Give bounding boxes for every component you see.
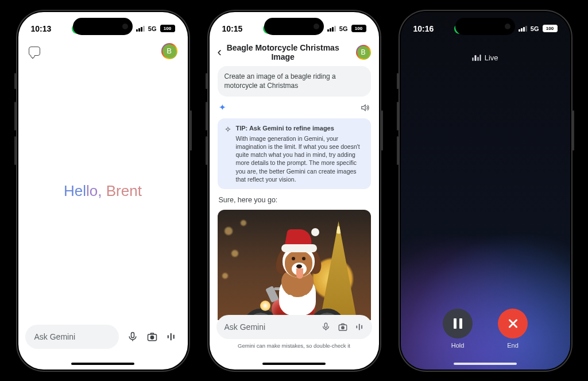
tip-card: ✧ TIP: Ask Gemini to refine images With … xyxy=(218,118,371,189)
battery-icon: 100 xyxy=(543,25,558,32)
equalizer-icon xyxy=(472,54,481,61)
network-label: 5G xyxy=(339,25,348,32)
status-time: 10:16 xyxy=(413,24,434,33)
live-label: Live xyxy=(472,53,498,62)
svg-rect-3 xyxy=(167,335,168,338)
prompt-input[interactable]: Ask Gemini xyxy=(216,315,372,339)
phone-live: 10:16 5G 100 Live Hold End xyxy=(399,10,572,372)
mic-icon[interactable] xyxy=(127,331,138,342)
home-indicator[interactable] xyxy=(454,363,517,365)
home-indicator[interactable] xyxy=(71,363,134,365)
svg-rect-0 xyxy=(131,332,134,337)
end-button[interactable]: End xyxy=(498,309,528,349)
phone-home: 10:13 5G 100 B Hello, Brent Ask Gemini xyxy=(16,10,190,372)
network-label: 5G xyxy=(531,25,539,32)
mic-icon[interactable] xyxy=(321,322,331,332)
status-time: 10:15 xyxy=(222,24,243,33)
camera-icon[interactable] xyxy=(338,322,348,332)
svg-point-2 xyxy=(150,336,153,338)
status-time: 10:13 xyxy=(31,24,52,33)
dynamic-island xyxy=(73,18,133,35)
screen-home: 10:13 5G 100 B Hello, Brent Ask Gemini xyxy=(18,12,188,370)
svg-rect-5 xyxy=(173,334,174,338)
disclaimer-text: Gemini can make mistakes, so double-chec… xyxy=(216,342,372,349)
signal-icon xyxy=(519,26,527,32)
lightbulb-icon: ✧ xyxy=(225,125,231,183)
screen-live: 10:16 5G 100 Live Hold End xyxy=(401,12,570,370)
svg-rect-10 xyxy=(358,324,359,330)
camera-icon[interactable] xyxy=(146,331,158,342)
avatar-initial: B xyxy=(357,46,370,59)
svg-rect-11 xyxy=(361,325,362,328)
sound-wave-icon[interactable] xyxy=(166,331,176,342)
screen-chat: 10:15 5G 100 ‹ Beagle Motorcycle Christm… xyxy=(210,12,379,370)
hold-button[interactable]: Hold xyxy=(443,309,473,349)
phone-chat: 10:15 5G 100 ‹ Beagle Motorcycle Christm… xyxy=(207,10,381,372)
signal-icon xyxy=(136,26,145,32)
dynamic-island xyxy=(264,18,324,35)
pause-icon xyxy=(454,318,462,329)
speaker-icon[interactable] xyxy=(360,103,370,113)
page-title: Beagle Motorcycle Christmas Image xyxy=(215,43,351,61)
assistant-text: Sure, here you go: xyxy=(219,196,370,204)
avatar[interactable]: B xyxy=(356,45,371,60)
svg-rect-4 xyxy=(170,333,171,340)
avatar[interactable]: B xyxy=(161,43,177,59)
prompt-input[interactable]: Ask Gemini xyxy=(25,325,119,349)
greeting-text: Hello, Brent xyxy=(64,182,142,199)
beagle-on-motorcycle xyxy=(245,275,343,320)
battery-icon: 100 xyxy=(351,25,366,32)
network-label: 5G xyxy=(148,25,157,32)
sparkle-icon: ✦ xyxy=(219,102,226,113)
svg-rect-6 xyxy=(324,323,327,328)
home-indicator[interactable] xyxy=(262,363,326,365)
tip-body: With image generation in Gemini, your im… xyxy=(236,135,360,183)
svg-rect-9 xyxy=(356,325,357,328)
close-icon xyxy=(507,318,519,329)
sound-wave-icon[interactable] xyxy=(355,322,364,332)
tip-title: TIP: Ask Gemini to refine images xyxy=(236,124,364,133)
chat-icon[interactable] xyxy=(29,47,40,56)
battery-icon: 100 xyxy=(160,25,175,32)
svg-point-8 xyxy=(341,326,344,329)
signal-icon xyxy=(327,26,336,32)
avatar-initial: B xyxy=(163,44,176,58)
dynamic-island xyxy=(455,18,515,35)
user-message: Create an image of a beagle riding a mot… xyxy=(218,66,371,97)
generated-image[interactable] xyxy=(218,210,371,320)
